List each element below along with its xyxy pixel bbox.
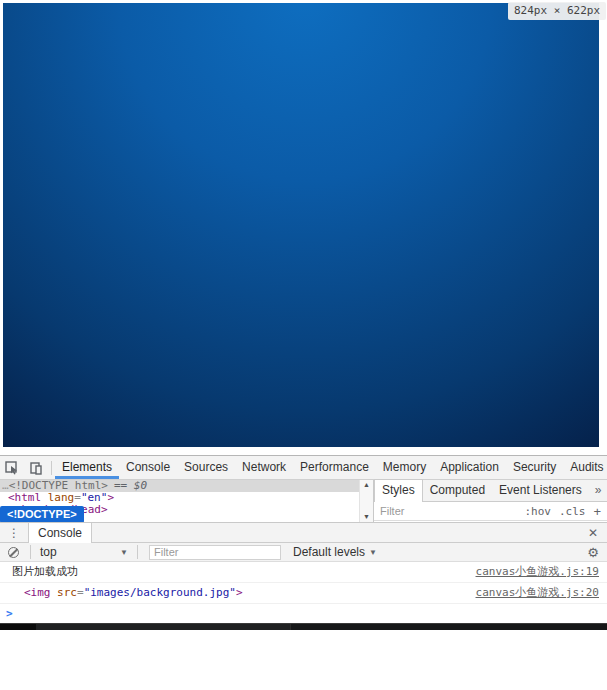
tab-audits[interactable]: Audits — [563, 456, 607, 479]
devtools-panel: Elements Console Sources Network Perform… — [0, 455, 607, 623]
game-canvas[interactable] — [3, 3, 599, 447]
source-link[interactable]: canvas小鱼游戏.js:20 — [476, 585, 599, 600]
styles-sidebar: Styles Computed Event Listeners » Filter… — [374, 480, 607, 522]
tab-memory[interactable]: Memory — [376, 456, 433, 479]
dropdown-caret-icon: ▼ — [369, 548, 377, 557]
toolbar-separator — [30, 545, 31, 559]
log-levels-select[interactable]: Default levels ▼ — [289, 545, 381, 559]
execution-context-select[interactable]: top ▼ — [34, 545, 134, 559]
drawer-menu-icon[interactable]: ⋮ — [0, 526, 28, 540]
tab-console[interactable]: Console — [119, 456, 177, 479]
tab-styles[interactable]: Styles — [374, 479, 423, 502]
inspect-element-icon[interactable] — [0, 456, 24, 479]
drawer-close-icon[interactable]: ✕ — [583, 526, 607, 540]
clear-console-icon[interactable] — [8, 547, 19, 558]
tab-elements[interactable]: Elements — [55, 456, 119, 479]
console-message: <img src="images/background.jpg"> canvas… — [0, 583, 607, 604]
more-tabs-icon[interactable]: » — [591, 480, 606, 501]
tab-sources[interactable]: Sources — [177, 456, 235, 479]
console-settings-gear-icon[interactable]: ⚙ — [579, 545, 607, 560]
tab-event-listeners[interactable]: Event Listeners — [492, 480, 589, 501]
log-text: 图片加载成功 — [12, 564, 78, 579]
browser-page: 824px × 622px Elements Console Sources N — [0, 0, 607, 690]
class-toggle[interactable]: .cls — [559, 505, 586, 518]
scroll-down-icon[interactable]: ▼ — [363, 513, 370, 521]
devtools-tabbar: Elements Console Sources Network Perform… — [0, 456, 607, 480]
logged-element[interactable]: <img src="images/background.jpg"> — [12, 586, 243, 599]
taskbar-segment — [290, 624, 607, 630]
elements-scrollbar[interactable]: ▲ ▼ — [359, 480, 373, 522]
taskbar-edge — [0, 623, 607, 630]
styles-filter-row: Filter :hov .cls + — [374, 502, 607, 521]
new-style-rule-icon[interactable]: + — [593, 504, 601, 519]
console-messages: 图片加载成功 canvas小鱼游戏.js:19 <img src="images… — [0, 562, 607, 623]
console-drawer-tabbar: ⋮ Console ✕ — [0, 523, 607, 543]
doctype-drag-tooltip: <!DOCTYPE> — [0, 506, 84, 522]
tab-network[interactable]: Network — [235, 456, 293, 479]
styles-tabbar: Styles Computed Event Listeners » — [374, 480, 607, 502]
console-message: 图片加载成功 canvas小鱼游戏.js:19 — [0, 562, 607, 583]
tab-computed[interactable]: Computed — [423, 480, 492, 501]
device-toolbar-icon[interactable] — [24, 456, 48, 479]
page-viewport: 824px × 622px — [0, 0, 607, 455]
dropdown-caret-icon: ▼ — [120, 548, 128, 557]
hover-state-toggle[interactable]: :hov — [524, 505, 551, 518]
elements-tree[interactable]: …<!DOCTYPE html>== $0 <html lang="en"> ▶… — [0, 480, 359, 522]
console-toolbar: top ▼ Default levels ▼ ⚙ — [0, 543, 607, 562]
prompt-chevron-icon: > — [6, 607, 13, 620]
toolbar-separator — [137, 545, 138, 559]
tab-drawer-console[interactable]: Console — [28, 523, 92, 543]
taskbar-segment — [0, 624, 36, 630]
source-link[interactable]: canvas小鱼游戏.js:19 — [476, 564, 599, 579]
styles-filter-placeholder[interactable]: Filter — [380, 505, 404, 517]
elements-split-view: …<!DOCTYPE html>== $0 <html lang="en"> ▶… — [0, 480, 607, 523]
taskbar-segment — [36, 624, 290, 630]
scroll-up-icon[interactable]: ▲ — [363, 481, 370, 489]
viewport-size-tooltip: 824px × 622px — [508, 2, 606, 20]
tab-application[interactable]: Application — [433, 456, 506, 479]
tab-performance[interactable]: Performance — [293, 456, 376, 479]
dollar-zero-hint: == $0 — [114, 480, 147, 492]
tab-security[interactable]: Security — [506, 456, 563, 479]
toolbar-separator — [51, 461, 52, 475]
console-prompt[interactable]: > — [0, 604, 607, 623]
console-filter-input[interactable] — [149, 545, 281, 560]
